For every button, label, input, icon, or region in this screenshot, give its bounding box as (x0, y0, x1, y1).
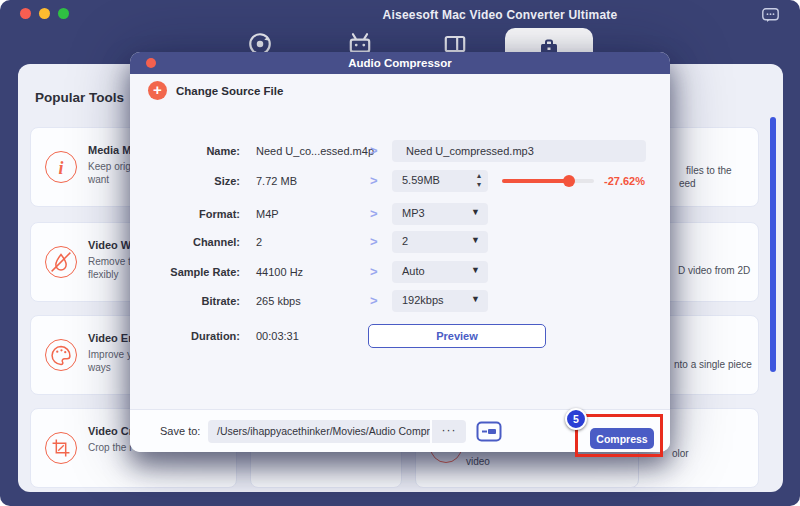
app-window: Aiseesoft Mac Video Converter Ultimate P… (0, 0, 800, 506)
dialog-header: Audio Compressor (130, 52, 670, 74)
tool-card-desc: Crop the r (88, 441, 132, 454)
save-path-field[interactable]: /Users/ihappyacethinker/Movies/Audio Com… (208, 420, 430, 443)
dialog-title: Audio Compressor (130, 52, 670, 74)
duration-label: Duration: (130, 330, 240, 342)
chevron-right-icon: > (370, 234, 378, 249)
format-select[interactable]: MP3 ▼ (392, 203, 488, 225)
palette-icon (45, 339, 77, 371)
size-slider-fill (502, 179, 569, 183)
sample-rate-select[interactable]: Auto ▼ (392, 261, 488, 283)
dropdown-arrow-icon: ▼ (471, 265, 480, 275)
bitrate-select[interactable]: 192kbps ▼ (392, 290, 488, 312)
size-reduction-percent: -27.62% (604, 175, 645, 187)
row-name: Name: Need U_co...essed.m4p > (130, 140, 670, 164)
format-source-value: M4P (256, 208, 279, 220)
name-source-value: Need U_co...essed.m4p (256, 145, 374, 157)
size-stepper[interactable]: 5.59MB ▴▾ (392, 170, 488, 192)
preview-button[interactable]: Preview (368, 324, 546, 348)
row-size: Size: 7.72 MB > 5.59MB ▴▾ -27.62% (130, 170, 670, 194)
row-bitrate: Bitrate: 265 kbps > 192kbps ▼ (130, 290, 670, 314)
name-label: Name: (130, 145, 240, 157)
audio-compressor-dialog: Audio Compressor + Change Source File Na… (130, 52, 670, 452)
tool-card-desc: Improve y ways (88, 348, 132, 374)
channel-select-value: 2 (402, 235, 408, 247)
window-title: Aiseesoft Mac Video Converter Ultimate (0, 8, 800, 22)
bitrate-label: Bitrate: (130, 295, 240, 307)
open-folder-icon[interactable] (476, 421, 502, 442)
dropdown-arrow-icon: ▼ (471, 207, 480, 217)
card-text-fragment: D video from 2D (678, 265, 750, 276)
card-text-fragment: files to the (686, 165, 732, 176)
step-5-badge: 5 (565, 408, 587, 430)
chevron-right-icon: > (370, 293, 378, 308)
info-icon: i (45, 151, 77, 183)
dropdown-arrow-icon: ▼ (471, 294, 480, 304)
tool-card-desc: Keep origi want (88, 160, 133, 186)
dropdown-arrow-icon: ▼ (471, 235, 480, 245)
channel-select[interactable]: 2 ▼ (392, 231, 488, 253)
size-source-value: 7.72 MB (256, 175, 297, 187)
channel-source-value: 2 (256, 236, 262, 248)
chevron-right-icon: > (370, 206, 378, 221)
stepper-arrows-icon[interactable]: ▴▾ (477, 171, 481, 189)
crop-icon (45, 432, 77, 464)
format-select-value: MP3 (402, 207, 425, 219)
browse-ellipsis-button[interactable]: ··· (432, 420, 466, 443)
sample-rate-source-value: 44100 Hz (256, 266, 303, 278)
bitrate-source-value: 265 kbps (256, 295, 301, 307)
change-source-file-label[interactable]: Change Source File (176, 85, 283, 97)
output-name-input[interactable] (392, 140, 646, 162)
duration-value: 00:03:31 (256, 330, 299, 342)
chevron-right-icon: > (370, 264, 378, 279)
sample-rate-select-value: Auto (402, 265, 425, 277)
add-plus-icon[interactable]: + (148, 81, 167, 100)
popular-tools-heading: Popular Tools (35, 90, 124, 105)
card-text-fragment: video (466, 456, 490, 467)
size-slider-handle[interactable] (563, 175, 575, 187)
row-channel: Channel: 2 > 2 ▼ (130, 231, 670, 255)
svg-text:i: i (59, 158, 64, 178)
card-text-fragment: olor (672, 448, 689, 459)
sample-rate-label: Sample Rate: (130, 266, 240, 278)
vertical-scrollbar[interactable] (770, 117, 776, 372)
dialog-footer: Save to: /Users/ihappyacethinker/Movies/… (130, 409, 670, 452)
watermark-remover-icon (45, 246, 77, 278)
format-label: Format: (130, 208, 240, 220)
card-text-fragment: nto a single piece (674, 359, 752, 370)
row-duration: Duration: 00:03:31 Preview (130, 325, 670, 349)
row-sample-rate: Sample Rate: 44100 Hz > Auto ▼ (130, 261, 670, 285)
compress-button[interactable]: Compress (590, 428, 654, 449)
chevron-right-icon: > (370, 173, 378, 188)
save-to-label: Save to: (160, 425, 200, 437)
channel-label: Channel: (130, 236, 240, 248)
chevron-right-icon: > (370, 143, 378, 158)
size-label: Size: (130, 175, 240, 187)
bitrate-select-value: 192kbps (402, 294, 444, 306)
size-slider[interactable] (502, 179, 594, 183)
size-stepper-value: 5.59MB (402, 174, 440, 186)
row-format: Format: M4P > MP3 ▼ (130, 203, 670, 227)
feedback-chat-icon[interactable] (762, 8, 779, 23)
card-text-fragment: eed (679, 178, 696, 189)
